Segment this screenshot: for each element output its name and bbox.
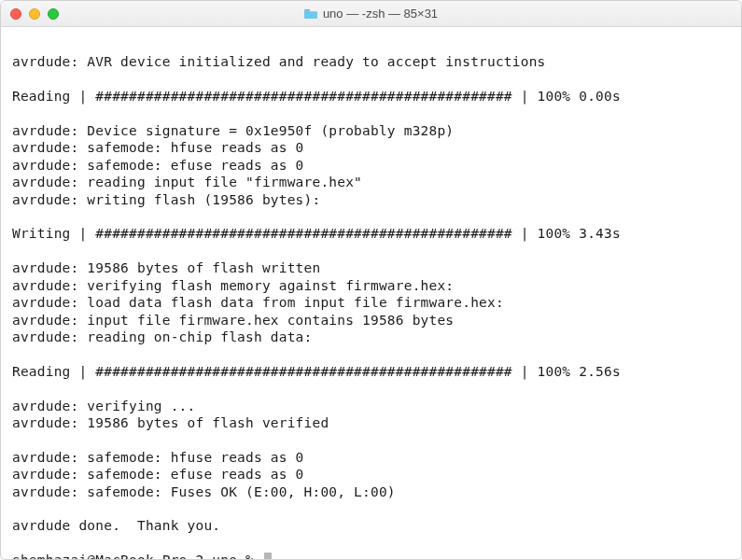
folder-icon xyxy=(304,8,317,19)
prompt-line: shemhazai@MacBook-Pro-2 uno % xyxy=(12,552,730,559)
terminal-output[interactable]: avrdude: AVR device initialized and read… xyxy=(1,27,741,559)
titlebar[interactable]: uno — -zsh — 85×31 xyxy=(1,1,741,27)
terminal-window: uno — -zsh — 85×31 avrdude: AVR device i… xyxy=(0,0,742,560)
cursor-icon xyxy=(264,553,272,559)
window-title: uno — -zsh — 85×31 xyxy=(323,7,438,21)
window-controls xyxy=(1,8,59,20)
close-icon[interactable] xyxy=(10,8,21,20)
minimize-icon[interactable] xyxy=(29,8,40,20)
shell-prompt: shemhazai@MacBook-Pro-2 uno % xyxy=(12,552,262,559)
window-title-wrap: uno — -zsh — 85×31 xyxy=(1,7,741,21)
terminal-lines: avrdude: AVR device initialized and read… xyxy=(12,54,621,533)
maximize-icon[interactable] xyxy=(48,8,59,20)
